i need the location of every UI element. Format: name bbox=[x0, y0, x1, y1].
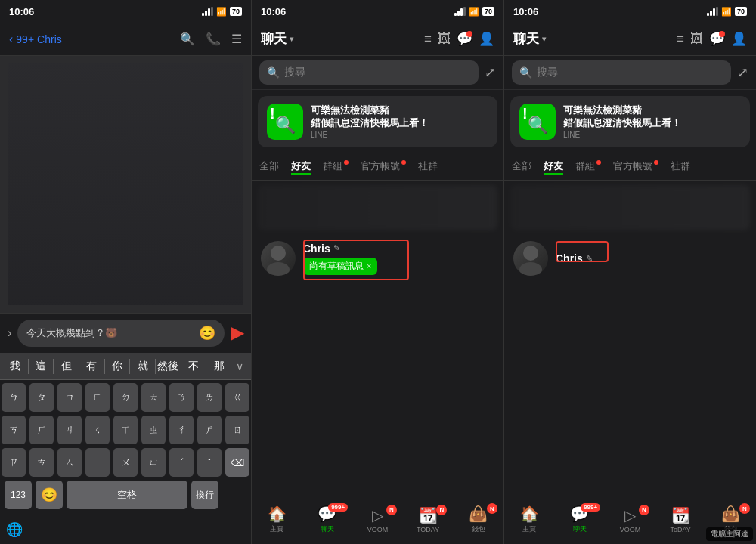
tab-community-mid[interactable]: 社群 bbox=[418, 159, 438, 175]
tab-chat-right[interactable]: 💬 999+ 聊天 bbox=[555, 505, 606, 534]
key-ㄧ[interactable]: ㄧ bbox=[85, 448, 110, 477]
suggestion-那[interactable]: 那 bbox=[206, 360, 231, 373]
scan-icon-mid[interactable]: ⤢ bbox=[485, 64, 496, 81]
delete-key[interactable]: ⌫ bbox=[225, 448, 249, 477]
key-ㄩ[interactable]: ㄩ bbox=[141, 448, 166, 477]
tab-voom-mid[interactable]: ▷ N VOOM bbox=[352, 506, 403, 533]
draft-close-icon-mid[interactable]: × bbox=[367, 261, 371, 270]
mid-panel: 10:06 📶 70 聊天 ▾ ≡ 🖼 💬 👤 🔍 bbox=[252, 0, 504, 544]
notif-subtitle-mid: 錯假訊息澄清快報馬上看！ bbox=[311, 117, 488, 130]
chris-chat-info-mid: Chris ✎ 尚有草稿訊息 × bbox=[303, 243, 494, 275]
back-button[interactable]: ‹ 99+ Chris bbox=[9, 32, 62, 46]
tab-wallet-mid[interactable]: 👜 N 錢包 bbox=[453, 505, 503, 534]
key-ㄐ[interactable]: ㄐ bbox=[57, 416, 82, 444]
nav-lines-icon-right[interactable]: ≡ bbox=[677, 32, 684, 47]
tab-groups-mid[interactable]: 群組 bbox=[323, 159, 349, 175]
nav-image-icon-mid[interactable]: 🖼 bbox=[438, 32, 451, 47]
voom-badge-mid: N bbox=[386, 505, 397, 515]
tab-friends-right[interactable]: 好友 bbox=[544, 159, 563, 175]
nav-person-icon-right[interactable]: 👤 bbox=[731, 31, 747, 47]
phone-icon-left[interactable]: 📞 bbox=[206, 32, 221, 46]
keyboard: ㄅ ㄆ ㄇ ㄈ ㄉ ㄊ ㄋ ㄌ ㄍ ㄎ ㄏ ㄐ ㄑ ㄒ ㄓ ㄔ ㄕ ㄖ ㄗ ㄘ … bbox=[0, 380, 251, 518]
suggestion-就[interactable]: 就 bbox=[130, 360, 155, 373]
key-ㄕ[interactable]: ㄕ bbox=[197, 416, 222, 444]
globe-icon[interactable]: 🌐 bbox=[6, 521, 23, 538]
key-ㄘ[interactable]: ㄘ bbox=[29, 448, 54, 477]
suggestion-然後[interactable]: 然後 bbox=[156, 360, 181, 373]
key-ㄌ[interactable]: ㄌ bbox=[197, 383, 222, 412]
scan-icon-right[interactable]: ⤢ bbox=[737, 64, 748, 81]
key-ㄔ[interactable]: ㄔ bbox=[169, 416, 194, 444]
status-time-left: 10:06 bbox=[9, 6, 34, 17]
tab-voom-right[interactable]: ▷ N VOOM bbox=[605, 506, 655, 533]
key-ㄅ[interactable]: ㄅ bbox=[2, 383, 26, 412]
message-input-field[interactable]: 今天大概幾點到？🐻 😊 bbox=[17, 320, 225, 347]
key-ㄗ[interactable]: ㄗ bbox=[2, 448, 26, 477]
wifi-icon-right: 📶 bbox=[721, 7, 732, 17]
chris-chat-item-right[interactable]: Chris ✎ bbox=[504, 233, 756, 283]
key-ㄎ[interactable]: ㄎ bbox=[2, 416, 26, 444]
wallet-badge-mid: N bbox=[487, 503, 497, 514]
key-ㄒ[interactable]: ㄒ bbox=[113, 416, 138, 444]
notification-banner-mid[interactable]: ! 🔍 可樂無法檢測菜豬 錯假訊息澄清快報馬上看！ LINE bbox=[258, 96, 497, 147]
today-label-right: ToDAY bbox=[670, 526, 690, 533]
nav-image-icon-right[interactable]: 🖼 bbox=[690, 32, 703, 47]
key-ㄆ[interactable]: ㄆ bbox=[29, 383, 54, 412]
expand-icon[interactable]: › bbox=[8, 326, 11, 340]
suggestion-不[interactable]: 不 bbox=[181, 360, 206, 373]
space-key[interactable]: 空格 bbox=[67, 481, 187, 509]
tab-friends-mid[interactable]: 好友 bbox=[291, 159, 311, 175]
send-button[interactable]: ▶ bbox=[231, 323, 243, 343]
tab-home-mid[interactable]: 🏠 主頁 bbox=[252, 505, 302, 534]
notification-banner-right[interactable]: ! 🔍 可樂無法檢測菜豬 錯假訊息澄清快報馬上看！ LINE bbox=[510, 96, 750, 147]
search-bar-mid[interactable]: 🔍 搜尋 bbox=[259, 60, 479, 85]
suggestion-有[interactable]: 有 bbox=[79, 360, 104, 373]
tab-all-mid[interactable]: 全部 bbox=[259, 159, 279, 175]
tab-community-right[interactable]: 社群 bbox=[671, 159, 690, 175]
search-bar-right[interactable]: 🔍 搜尋 bbox=[512, 60, 731, 85]
status-bar-right: 10:06 📶 70 bbox=[504, 0, 756, 23]
tab-home-right[interactable]: 🏠 主頁 bbox=[504, 505, 555, 534]
key-ㄙ[interactable]: ㄙ bbox=[57, 448, 82, 477]
tab-official-right[interactable]: 官方帳號 bbox=[613, 159, 658, 175]
tab-today-mid[interactable]: 📆 N TODAY bbox=[403, 506, 454, 533]
key-ㄓ[interactable]: ㄓ bbox=[141, 416, 166, 444]
tab-groups-right[interactable]: 群組 bbox=[575, 159, 601, 175]
tab-all-right[interactable]: 全部 bbox=[512, 159, 531, 175]
tab-official-mid[interactable]: 官方帳號 bbox=[361, 159, 406, 175]
key-ㄑ[interactable]: ㄑ bbox=[85, 416, 110, 444]
category-tabs-mid: 全部 好友 群組 官方帳號 社群 bbox=[252, 153, 503, 181]
tab-chat-mid[interactable]: 💬 999+ 聊天 bbox=[302, 505, 353, 534]
search-icon-left[interactable]: 🔍 bbox=[180, 32, 195, 46]
menu-icon-left[interactable]: ☰ bbox=[231, 32, 242, 46]
key-ㄨ[interactable]: ㄨ bbox=[113, 448, 138, 477]
key-ㄍ[interactable]: ㄍ bbox=[225, 383, 249, 412]
key-ㄉ[interactable]: ㄉ bbox=[113, 383, 138, 412]
draft-badge-mid[interactable]: 尚有草稿訊息 × bbox=[303, 258, 377, 275]
voom-label-right: VOOM bbox=[620, 526, 641, 533]
key-ˇ[interactable]: ˇ bbox=[197, 448, 222, 477]
key-ㄏ[interactable]: ㄏ bbox=[29, 416, 54, 444]
nav-chat-icon-mid[interactable]: 💬 bbox=[457, 31, 472, 47]
emoji-key[interactable]: 😊 bbox=[36, 481, 63, 509]
chris-chat-item-mid[interactable]: Chris ✎ 尚有草稿訊息 × bbox=[252, 233, 503, 283]
nav-person-icon-mid[interactable]: 👤 bbox=[479, 31, 494, 47]
key-123[interactable]: 123 bbox=[5, 481, 32, 509]
key-ˊ[interactable]: ˊ bbox=[169, 448, 194, 477]
key-ㄇ[interactable]: ㄇ bbox=[57, 383, 82, 412]
key-ㄖ[interactable]: ㄖ bbox=[225, 416, 249, 444]
tab-today-right[interactable]: 📆 ToDAY bbox=[655, 506, 706, 533]
nav-chat-icon-right[interactable]: 💬 bbox=[709, 31, 725, 47]
key-ㄊ[interactable]: ㄊ bbox=[141, 383, 166, 412]
suggestion-但[interactable]: 但 bbox=[54, 360, 79, 373]
suggestion-我[interactable]: 我 bbox=[3, 360, 28, 373]
suggestion-你[interactable]: 你 bbox=[105, 360, 130, 373]
key-ㄋ[interactable]: ㄋ bbox=[169, 383, 194, 412]
nav-lines-icon-mid[interactable]: ≡ bbox=[424, 32, 432, 47]
chat-list-mid: Chris ✎ 尚有草稿訊息 × bbox=[252, 181, 503, 499]
emoji-button[interactable]: 😊 bbox=[199, 325, 215, 342]
suggestions-expand-icon[interactable]: ∨ bbox=[231, 360, 248, 372]
suggestion-這[interactable]: 這 bbox=[29, 360, 54, 373]
key-ㄈ[interactable]: ㄈ bbox=[85, 383, 110, 412]
return-key[interactable]: 換行 bbox=[191, 481, 218, 509]
